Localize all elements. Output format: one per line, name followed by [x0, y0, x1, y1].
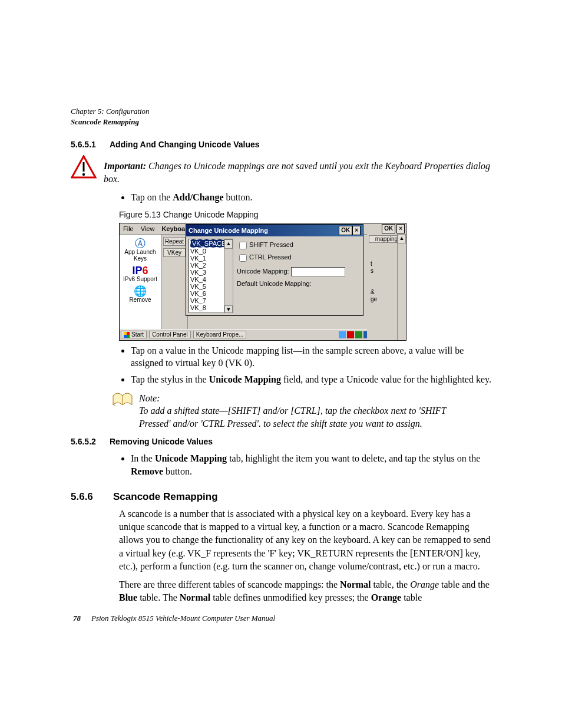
tray-icon[interactable]	[339, 331, 346, 338]
scroll-down-icon[interactable]: ▼	[224, 305, 233, 313]
heading-5652: 5.6.5.2Removing Unicode Values	[71, 437, 491, 446]
figure-change-unicode-mapping: File View Keyboard OK × ⒶApp Launch Keys…	[119, 223, 406, 341]
ipv6-icon[interactable]: IP6	[120, 265, 161, 276]
page-number: 78	[73, 614, 81, 622]
list-item[interactable]: VK_SPACE	[190, 239, 227, 248]
menu-view[interactable]: View	[137, 225, 158, 232]
default-unicode-mapping-label: Default Unicode Mapping:	[237, 280, 312, 287]
tray-icon[interactable]	[355, 331, 362, 338]
dialog-close-button[interactable]: ×	[352, 226, 361, 235]
shift-pressed-checkbox[interactable]	[239, 242, 247, 249]
taskbar-keyboard-props[interactable]: Keyboard Prope...	[193, 331, 247, 338]
outer-close-button[interactable]: ×	[396, 224, 405, 233]
taskbar: Start Control Panel Keyboard Prope...	[120, 329, 406, 340]
heading-number: 5.6.6	[71, 491, 113, 503]
outer-ok-button[interactable]: OK	[382, 224, 395, 233]
repeat-tab[interactable]: Repeat	[163, 237, 186, 246]
bullet-item: Tap on a value in the Unicode mapping li…	[131, 344, 491, 370]
dialog-title: Change Unicode Mapping	[189, 227, 268, 234]
section-line: Scancode Remapping	[71, 117, 491, 127]
app-launch-icon[interactable]: Ⓐ	[120, 238, 161, 249]
chapter-line: Chapter 5: Configuration	[71, 106, 491, 117]
svg-point-2	[82, 173, 85, 176]
figure-caption: Figure 5.13 Change Unicode Mapping	[119, 210, 491, 219]
ctrl-pressed-label: CTRL Pressed	[249, 253, 292, 261]
bullet-item: Tap the stylus in the Unicode Mapping fi…	[131, 373, 491, 386]
start-button[interactable]: Start	[121, 331, 147, 338]
control-panel-icons: ⒶApp Launch Keys IP6IPv6 Support 🌐Remove	[120, 235, 161, 329]
vk-listbox[interactable]: VK_SPACE VK_0 VK_1 VK_2 VK_3 VK_4 VK_5 V…	[189, 239, 233, 313]
note-book-icon	[112, 392, 133, 411]
heading-title: Scancode Remapping	[113, 491, 218, 502]
heading-number: 5.6.5.1	[71, 140, 110, 149]
scroll-up-icon[interactable]: ▲	[224, 239, 233, 249]
ctrl-pressed-checkbox[interactable]	[239, 254, 247, 262]
heading-5651: 5.6.5.1Adding And Changing Unicode Value…	[71, 140, 491, 149]
shift-pressed-label: SHIFT Pressed	[249, 241, 293, 248]
change-unicode-mapping-dialog: Change Unicode Mapping OK × VK_SPACE VK_…	[186, 224, 363, 316]
tray-icon[interactable]	[347, 331, 354, 338]
unicode-mapping-input[interactable]	[291, 267, 345, 276]
windows-flag-icon	[124, 332, 130, 338]
heading-number: 5.6.5.2	[71, 437, 110, 446]
body-paragraph: There are three different tables of scan…	[119, 578, 491, 605]
running-header: Chapter 5: Configuration Scancode Remapp…	[71, 106, 491, 127]
heading-title: Adding And Changing Unicode Values	[110, 140, 260, 149]
unicode-mapping-label: Unicode Mapping:	[237, 268, 289, 275]
page-footer: 78Psion Teklogix 8515 Vehicle-Mount Comp…	[73, 614, 275, 623]
scroll-up-icon[interactable]: ▲	[398, 234, 406, 243]
menu-file[interactable]: File	[120, 225, 137, 232]
note: Note:To add a shifted state—[SHIFT] and/…	[139, 392, 491, 430]
important-lead: Important:	[104, 161, 146, 171]
bullet-item: In the Unicode Mapping tab, highlight th…	[131, 452, 491, 477]
important-body: Changes to Unicode mappings are not save…	[104, 161, 490, 184]
important-note: Important: Changes to Unicode mappings a…	[104, 155, 491, 185]
warning-icon	[71, 155, 97, 181]
body-paragraph: A scancode is a number that is associate…	[119, 508, 491, 574]
vkey-tab[interactable]: VKey	[163, 248, 186, 257]
note-body: To add a shifted state—[SHIFT] and/or [C…	[139, 404, 457, 430]
remove-icon[interactable]: 🌐	[120, 286, 161, 297]
note-lead: Note:	[139, 392, 180, 405]
manual-title: Psion Teklogix 8515 Vehicle-Mount Comput…	[91, 614, 275, 622]
bullet-item: Tap on the Add/Change button.	[131, 191, 491, 204]
heading-566: 5.6.6Scancode Remapping	[71, 491, 491, 503]
listbox-scrollbar[interactable]: ▲ ▼	[224, 239, 233, 312]
dialog-ok-button[interactable]: OK	[339, 226, 352, 235]
right-scrollbar[interactable]: ▲	[397, 234, 406, 340]
taskbar-control-panel[interactable]: Control Panel	[149, 331, 191, 338]
heading-title: Removing Unicode Values	[110, 437, 213, 446]
